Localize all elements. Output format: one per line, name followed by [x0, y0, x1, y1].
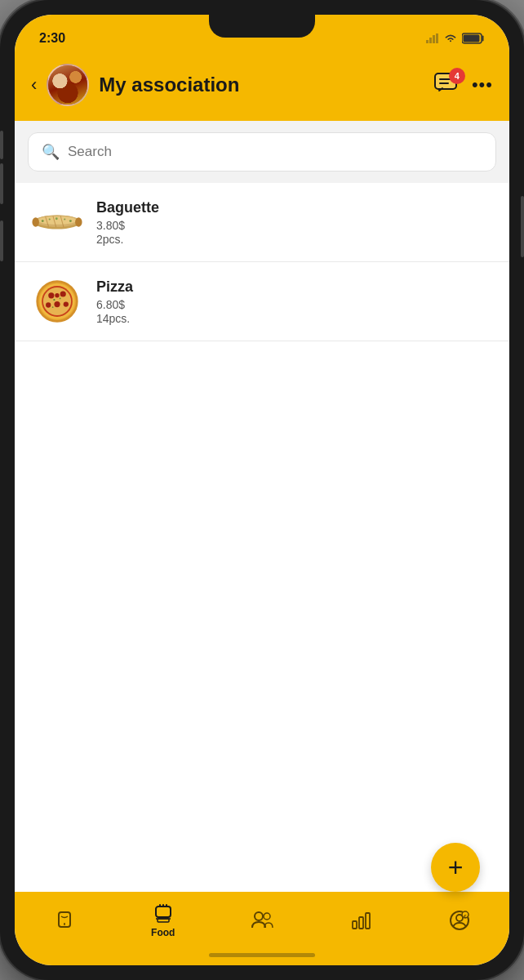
item-price: 3.80$: [96, 219, 493, 232]
people-icon: [251, 910, 273, 931]
svg-point-41: [255, 912, 263, 920]
svg-point-17: [56, 217, 58, 220]
svg-rect-3: [436, 33, 438, 43]
svg-point-19: [69, 220, 72, 222]
item-image-pizza: [31, 275, 83, 327]
svg-point-26: [48, 292, 54, 298]
profile-icon: €: [449, 910, 470, 931]
avatar[interactable]: [47, 64, 89, 106]
item-image-baguette: [31, 196, 83, 248]
svg-point-34: [60, 298, 61, 300]
more-button[interactable]: •••: [472, 74, 493, 96]
wifi-icon: [444, 33, 457, 43]
svg-point-28: [54, 301, 60, 307]
page-title: My association: [99, 74, 424, 96]
add-button[interactable]: +: [431, 843, 480, 892]
svg-point-15: [42, 220, 44, 222]
search-container: 🔍: [15, 121, 509, 183]
nav-item-settings[interactable]: €: [435, 910, 484, 931]
app-header: ‹ My association 4 •••: [15, 56, 509, 121]
nav-item-people[interactable]: [238, 910, 286, 931]
items-list: Baguette 3.80$ 2pcs.: [15, 183, 509, 892]
nav-item-stats[interactable]: [336, 910, 385, 931]
item-quantity: 14pcs.: [96, 312, 493, 325]
status-icons: [426, 33, 485, 44]
svg-point-18: [64, 218, 65, 220]
home-indicator: [209, 953, 315, 957]
svg-point-29: [46, 302, 51, 307]
svg-point-35: [52, 306, 54, 308]
svg-rect-2: [433, 35, 435, 43]
svg-point-20: [32, 217, 39, 226]
item-name: Baguette: [96, 199, 493, 216]
nav-item-food[interactable]: Food: [139, 903, 188, 938]
svg-rect-5: [464, 35, 480, 42]
search-bar[interactable]: 🔍: [28, 132, 496, 172]
svg-rect-44: [359, 917, 363, 929]
food-icon: [153, 903, 174, 924]
notification-badge: 4: [449, 68, 465, 84]
svg-point-21: [75, 217, 82, 226]
svg-point-16: [49, 218, 51, 220]
signal-icon: [426, 33, 439, 43]
list-item[interactable]: Baguette 3.80$ 2pcs.: [15, 183, 509, 262]
status-time: 2:30: [39, 31, 65, 46]
main-content: 🔍: [15, 121, 509, 892]
header-actions: 4 •••: [434, 73, 493, 97]
nav-item-drink[interactable]: [40, 910, 89, 931]
svg-point-27: [60, 291, 66, 296]
search-input[interactable]: [68, 144, 482, 160]
svg-rect-38: [156, 906, 171, 917]
svg-rect-45: [366, 913, 370, 929]
item-info: Baguette 3.80$ 2pcs.: [96, 199, 493, 246]
list-item[interactable]: Pizza 6.80$ 14pcs.: [15, 262, 509, 341]
svg-point-33: [53, 299, 55, 301]
svg-point-31: [55, 293, 59, 297]
drink-icon: [54, 910, 75, 931]
item-quantity: 2pcs.: [96, 233, 493, 246]
svg-rect-1: [429, 38, 432, 43]
back-button[interactable]: ‹: [31, 74, 37, 96]
stats-icon: [350, 910, 371, 931]
svg-point-42: [264, 913, 270, 920]
chat-button[interactable]: 4: [434, 73, 459, 97]
battery-icon: [462, 33, 485, 44]
svg-point-30: [64, 301, 69, 306]
item-info: Pizza 6.80$ 14pcs.: [96, 278, 493, 325]
svg-rect-43: [353, 921, 357, 929]
search-icon: 🔍: [42, 143, 60, 161]
item-name: Pizza: [96, 278, 493, 296]
svg-rect-0: [426, 40, 429, 43]
nav-label-food: Food: [151, 927, 175, 938]
item-price: 6.80$: [96, 298, 493, 311]
